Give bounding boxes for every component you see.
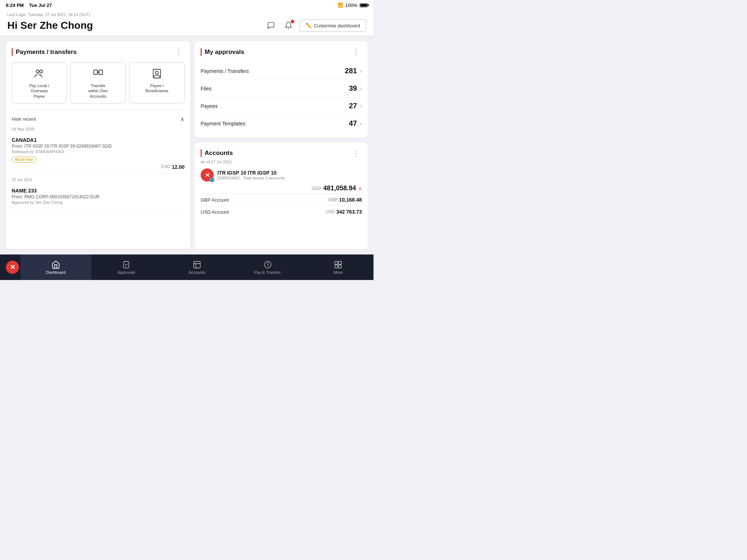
chevron-right-templates: ›	[360, 120, 362, 127]
customise-dashboard-button[interactable]: ✏️ Customise dashboard	[299, 19, 366, 32]
payee-beneficiaries-button[interactable]: Payee /Beneficiaries	[129, 62, 185, 104]
home-icon	[51, 260, 60, 269]
approvals-nav-icon	[122, 260, 131, 269]
account-main-info: ITR IGSP 10 ITR IGSP 10 0289919462 , Tot…	[217, 170, 362, 180]
svg-rect-7	[194, 261, 200, 268]
notification-dot	[291, 20, 294, 23]
nav-item-approvals[interactable]: Approvals	[91, 254, 162, 280]
hide-recent-text: Hide recent	[12, 116, 36, 122]
transaction-name-2: NAME 233	[12, 188, 185, 194]
notification-icon-button[interactable]	[282, 19, 295, 32]
transaction-from-1: From: ITR IGSP 29 ITR IGSP 29-0289919497…	[12, 144, 185, 149]
bottom-nav: ✕ Dashboard Approvals Accounts Pay & Tra…	[0, 254, 374, 280]
battery-icon	[360, 3, 368, 7]
account-main-name: ITR IGSP 10 ITR IGSP 10	[217, 170, 362, 176]
account-avatar: ✕ 🌐	[201, 168, 214, 182]
approvals-accent-bar	[201, 48, 202, 56]
svg-point-1	[40, 70, 43, 73]
approval-row-payments[interactable]: Payments / Transfers 281 ›	[201, 62, 362, 80]
approval-label-payees: Payees	[201, 103, 218, 109]
transaction-item-1[interactable]: CANADA1 From: ITR IGSP 29 ITR IGSP 29-02…	[12, 133, 185, 174]
nav-approvals-label: Approvals	[117, 270, 135, 275]
payments-card: Payments / transfers ⋮ Pay Local /Overse…	[6, 41, 190, 249]
nav-item-more[interactable]: More	[303, 254, 374, 280]
account-main-amount: 481,058.94	[323, 184, 356, 192]
edit-icon: ✏️	[306, 23, 312, 28]
date: Tue Jul 27	[29, 3, 52, 8]
right-panel: My approvals ⋮ Payments / Transfers 281 …	[195, 41, 368, 249]
accounts-accent-bar	[201, 149, 202, 157]
nav-dashboard-label: Dashboard	[46, 270, 66, 275]
globe-icon: 🌐	[209, 177, 214, 182]
approvals-more-button[interactable]: ⋮	[350, 47, 362, 57]
transaction-amount-val-1: 12.00	[172, 164, 185, 170]
usd-account-label: USD Account	[201, 209, 229, 215]
nav-accounts-label: Accounts	[189, 270, 205, 275]
approval-row-payees[interactable]: Payees 27 ›	[201, 97, 362, 115]
approval-count-files: 39	[349, 84, 357, 93]
nav-item-dashboard[interactable]: Dashboard	[20, 254, 91, 280]
approval-label-files: Files	[201, 86, 212, 92]
approval-count-payees: 27	[349, 102, 357, 110]
account-main-currency: SGD	[311, 186, 321, 191]
svg-rect-10	[338, 261, 341, 264]
approval-count-templates: 47	[349, 119, 357, 128]
battery-percent: 100%	[345, 3, 357, 8]
sub-account-usd[interactable]: USD Account USD 342 763.73	[201, 206, 362, 218]
approval-row-templates[interactable]: Payment Templates 47 ›	[201, 115, 362, 132]
approvals-card: My approvals ⋮ Payments / Transfers 281 …	[195, 41, 368, 138]
accounts-more-button[interactable]: ⋮	[350, 148, 362, 158]
chevron-right-files: ›	[360, 85, 362, 92]
more-nav-icon	[334, 260, 342, 269]
payments-more-button[interactable]: ⋮	[173, 47, 185, 57]
nav-item-pay-transfer[interactable]: Pay & Transfer	[232, 254, 303, 280]
gbp-amount: 10,168.48	[339, 197, 362, 203]
last-login: Last Login: Tuesday, 27 Jul 2021, 18:14 …	[7, 12, 366, 17]
main-content: Payments / transfers ⋮ Pay Local /Overse…	[0, 36, 374, 254]
status-bar: 6:24 PM Tue Jul 27 📶 100%	[0, 0, 374, 10]
approval-row-files[interactable]: Files 39 ›	[201, 80, 362, 97]
greeting: Hi Ser Zhe Chong	[7, 20, 93, 31]
payment-actions: Pay Local /OverseasPayee Transferwithin …	[12, 62, 185, 110]
payee-beneficiaries-label: Payee /Beneficiaries	[146, 83, 169, 94]
accounts-nav-icon	[193, 260, 201, 269]
pay-local-overseas-button[interactable]: Pay Local /OverseasPayee	[12, 62, 67, 104]
gbp-account-label: GBP Account	[201, 197, 229, 203]
message-icon	[267, 22, 275, 30]
nav-close-button[interactable]: ✕	[6, 261, 19, 274]
wifi-icon: 📶	[338, 3, 343, 8]
svg-point-0	[36, 70, 39, 73]
hide-recent-toggle[interactable]: Hide recent ∧	[12, 116, 185, 122]
accounts-title: Accounts	[205, 149, 233, 157]
approvals-title: My approvals	[205, 48, 244, 56]
transaction-badge-1: RECEIVED	[12, 157, 36, 163]
payments-title: Payments / transfers	[16, 48, 77, 56]
approval-count-payments: 281	[345, 67, 357, 75]
transaction-name-1: CANADA1	[12, 137, 185, 143]
nav-item-accounts[interactable]: Accounts	[162, 254, 232, 280]
pay-transfer-nav-icon	[263, 260, 272, 269]
transaction-currency-1: CAD	[161, 164, 170, 170]
transfer-icon	[92, 67, 105, 80]
transaction-released-2: Approved by Ser Zhe Chong	[12, 200, 185, 205]
svg-rect-12	[338, 265, 341, 268]
pay-local-icon	[33, 67, 46, 80]
transfer-own-accounts-button[interactable]: Transferwithin OwnAccounts	[70, 62, 125, 104]
chevron-right-payees: ›	[360, 103, 362, 109]
svg-rect-9	[335, 261, 338, 264]
message-icon-button[interactable]	[264, 19, 278, 32]
transaction-date-2: 27 Jul 2021	[12, 178, 185, 182]
chevron-up-icon: ∧	[180, 116, 185, 122]
transaction-released-1: Released by STARSHIPXS01	[12, 149, 185, 154]
transaction-from-2: From: RMG CORP-0001035071014022-EUR	[12, 194, 185, 199]
svg-rect-2	[94, 70, 97, 74]
sub-account-gbp[interactable]: GBP Account GBP 10,168.48	[201, 194, 362, 206]
svg-rect-11	[335, 265, 338, 268]
payments-accent-bar	[12, 48, 13, 56]
approval-label-templates: Payment Templates	[201, 121, 245, 127]
nav-pay-transfer-label: Pay & Transfer	[254, 270, 281, 275]
payee-icon	[150, 67, 163, 80]
transaction-item-2[interactable]: NAME 233 From: RMG CORP-0001035071014022…	[12, 184, 185, 210]
customise-label: Customise dashboard	[314, 23, 360, 28]
pay-local-label: Pay Local /OverseasPayee	[29, 83, 49, 99]
